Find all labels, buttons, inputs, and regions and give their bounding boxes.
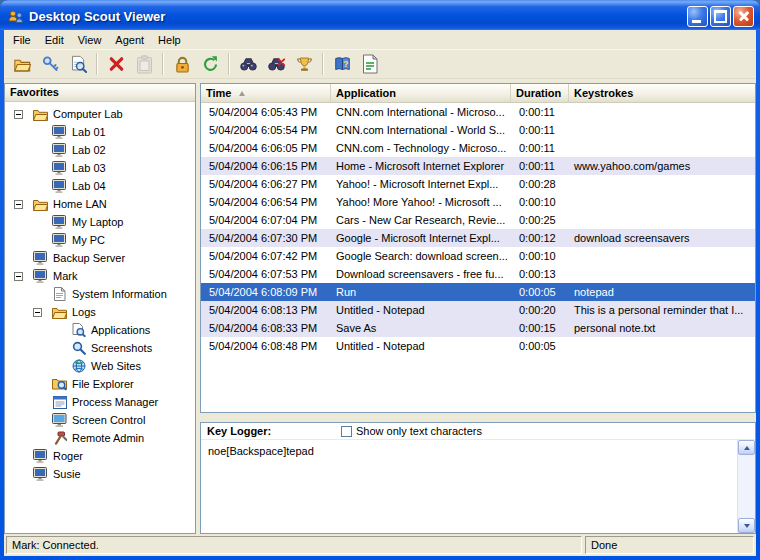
collapse-icon[interactable]: [14, 272, 23, 281]
pane-splitter[interactable]: [200, 413, 756, 422]
activity-row[interactable]: 5/04/2004 6:05:43 PMCNN.com Internationa…: [201, 103, 755, 121]
activity-row[interactable]: 5/04/2004 6:07:30 PMGoogle - Microsoft I…: [201, 229, 755, 247]
cell-duration: 0:00:11: [511, 121, 569, 139]
magnifier-icon: [70, 341, 87, 355]
activity-row[interactable]: 5/04/2004 6:08:13 PMUntitled - Notepad0:…: [201, 301, 755, 319]
tree-item-remote-admin[interactable]: Remote Admin: [5, 429, 195, 447]
activity-row[interactable]: 5/04/2004 6:08:33 PMSave As0:00:15person…: [201, 319, 755, 337]
find-button[interactable]: [235, 51, 261, 77]
collapse-icon[interactable]: [33, 308, 42, 317]
cell-duration: 0:00:13: [511, 265, 569, 283]
binoculars-off-icon: [268, 56, 285, 72]
tree-item-process-manager[interactable]: Process Manager: [5, 393, 195, 411]
cell-keystrokes: [569, 121, 755, 139]
tree-item-backup-server[interactable]: Backup Server: [5, 249, 195, 267]
show-text-checkbox[interactable]: [341, 426, 352, 437]
activity-row[interactable]: 5/04/2004 6:06:54 PMYahoo! More Yahoo! -…: [201, 193, 755, 211]
tree-item-label: Process Manager: [72, 396, 158, 408]
monitor-icon: [51, 413, 68, 427]
cell-time: 5/04/2004 6:06:27 PM: [201, 175, 331, 193]
column-header-time[interactable]: Time: [201, 84, 331, 102]
activity-row[interactable]: 5/04/2004 6:08:48 PMUntitled - Notepad0:…: [201, 337, 755, 355]
status-bar: Mark: Connected. Done: [4, 534, 756, 556]
menu-agent[interactable]: Agent: [108, 32, 151, 48]
cell-duration: 0:00:05: [511, 283, 569, 301]
settings-button[interactable]: [37, 51, 63, 77]
cell-time: 5/04/2004 6:05:54 PM: [201, 121, 331, 139]
tree-item-lab-02[interactable]: Lab 02: [5, 141, 195, 159]
open-button[interactable]: [9, 51, 35, 77]
tree-item-web-sites[interactable]: Web Sites: [5, 357, 195, 375]
tree-item-roger[interactable]: Roger: [5, 447, 195, 465]
tree-item-my-laptop[interactable]: My Laptop: [5, 213, 195, 231]
tree-item-computer-lab[interactable]: Computer Lab: [5, 105, 195, 123]
cell-keystrokes: [569, 175, 755, 193]
scroll-down-icon[interactable]: [738, 518, 755, 533]
activity-row[interactable]: 5/04/2004 6:06:05 PMCNN.com - Technology…: [201, 139, 755, 157]
tree-item-screen-control[interactable]: Screen Control: [5, 411, 195, 429]
menu-edit[interactable]: Edit: [38, 32, 71, 48]
activity-row[interactable]: 5/04/2004 6:06:15 PMHome - Microsoft Int…: [201, 157, 755, 175]
cell-duration: 0:00:12: [511, 229, 569, 247]
scroll-up-icon[interactable]: [738, 440, 755, 455]
tree-item-susie[interactable]: Susie: [5, 465, 195, 483]
tips-button[interactable]: [291, 51, 317, 77]
cell-time: 5/04/2004 6:07:04 PM: [201, 211, 331, 229]
cell-time: 5/04/2004 6:08:33 PM: [201, 319, 331, 337]
collapse-icon[interactable]: [14, 110, 23, 119]
cell-application: Yahoo! - Microsoft Internet Expl...: [331, 175, 511, 193]
view-report-button[interactable]: [65, 51, 91, 77]
tree-item-file-explorer[interactable]: File Explorer: [5, 375, 195, 393]
maximize-button[interactable]: [710, 6, 731, 27]
clipboard-icon: [136, 55, 153, 74]
close-button[interactable]: [733, 6, 754, 27]
cell-keystrokes: [569, 337, 755, 355]
column-header-duration[interactable]: Duration: [511, 84, 569, 102]
help-button[interactable]: ?: [329, 51, 355, 77]
activity-row[interactable]: 5/04/2004 6:07:42 PMGoogle Search: downl…: [201, 247, 755, 265]
column-header-keystrokes[interactable]: Keystrokes: [569, 84, 755, 102]
tree-item-system-information[interactable]: System Information: [5, 285, 195, 303]
tree-item-lab-04[interactable]: Lab 04: [5, 177, 195, 195]
activity-row[interactable]: 5/04/2004 6:06:27 PMYahoo! - Microsoft I…: [201, 175, 755, 193]
help-book-icon: ?: [334, 55, 351, 73]
cell-keystrokes: [569, 193, 755, 211]
paste-button[interactable]: [131, 51, 157, 77]
menu-file[interactable]: File: [6, 32, 38, 48]
cell-duration: 0:00:25: [511, 211, 569, 229]
binoculars-icon: [240, 56, 257, 72]
cell-keystrokes: [569, 211, 755, 229]
collapse-icon[interactable]: [14, 200, 23, 209]
cell-time: 5/04/2004 6:06:05 PM: [201, 139, 331, 157]
tree-item-mark[interactable]: Mark: [5, 267, 195, 285]
tree-item-label: File Explorer: [72, 378, 134, 390]
menu-view[interactable]: View: [71, 32, 109, 48]
computer-icon: [51, 161, 68, 175]
activity-row[interactable]: 5/04/2004 6:05:54 PMCNN.com Internationa…: [201, 121, 755, 139]
activity-row[interactable]: 5/04/2004 6:07:53 PMDownload screensaver…: [201, 265, 755, 283]
column-header-application[interactable]: Application: [331, 84, 511, 102]
delete-button[interactable]: [103, 51, 129, 77]
tree-item-applications[interactable]: Applications: [5, 321, 195, 339]
view-log-button[interactable]: [357, 51, 383, 77]
activity-row[interactable]: 5/04/2004 6:08:09 PMRun0:00:05notepad: [201, 283, 755, 301]
window-client-area: FileEditViewAgentHelp ? Favorites Comput…: [4, 30, 756, 556]
lock-button[interactable]: [169, 51, 195, 77]
key-logger-header: Key Logger: Show only text characters: [201, 423, 755, 440]
computer-icon: [32, 449, 49, 463]
tree-item-my-pc[interactable]: My PC: [5, 231, 195, 249]
tree-item-lab-03[interactable]: Lab 03: [5, 159, 195, 177]
key-logger-scrollbar[interactable]: [737, 440, 755, 533]
scrollbar-track[interactable]: [738, 455, 755, 518]
toolbar-separator: [162, 53, 164, 75]
activity-row[interactable]: 5/04/2004 6:07:04 PMCars - New Car Resea…: [201, 211, 755, 229]
stop-find-button[interactable]: [263, 51, 289, 77]
menu-help[interactable]: Help: [151, 32, 188, 48]
refresh-button[interactable]: [197, 51, 223, 77]
tree-item-lab-01[interactable]: Lab 01: [5, 123, 195, 141]
minimize-button[interactable]: [687, 6, 708, 27]
tree-item-screenshots[interactable]: Screenshots: [5, 339, 195, 357]
tree-item-label: Remote Admin: [72, 432, 144, 444]
tree-item-home-lan[interactable]: Home LAN: [5, 195, 195, 213]
tree-item-logs[interactable]: Logs: [5, 303, 195, 321]
